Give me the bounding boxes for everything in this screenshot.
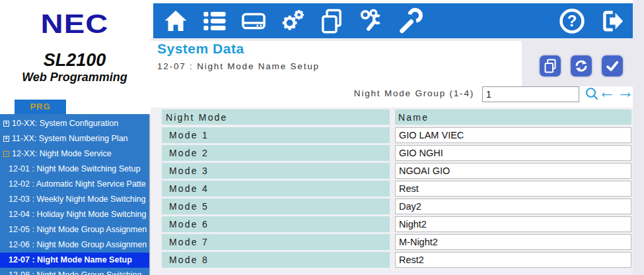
mode-name-input-6[interactable] [395, 216, 631, 232]
wrench-icon[interactable] [396, 7, 423, 35]
mode-name-input-1[interactable] [395, 127, 631, 143]
main-toolbar: ? [153, 3, 633, 38]
group-selector-label: Night Mode Group (1-4) [330, 88, 474, 98]
mode-name-input-3[interactable] [395, 163, 631, 179]
sidebar-item-label: 10-XX: System Configuration [12, 116, 118, 131]
next-group-arrow[interactable]: → [617, 82, 634, 102]
mode-label-cell: Mode 7 [162, 234, 390, 250]
sidebar-item-label: 12-05 : Night Mode Group Assignmen [9, 222, 147, 237]
sidebar-item-12-06[interactable]: 12-06 : Night Mode Group Assignmen [0, 237, 149, 253]
page-right-margin [633, 0, 644, 275]
copy-button[interactable] [538, 54, 562, 78]
sidebar-item-12-04[interactable]: 12-04 : Holiday Night Mode Switching [0, 207, 149, 222]
sidebar-item-12xx[interactable]: - 12-XX: Night Mode Service [0, 146, 149, 162]
mode-label-cell: Mode 2 [162, 145, 390, 161]
search-icon[interactable] [584, 86, 600, 102]
mode-name-input-4[interactable] [395, 181, 631, 197]
mode-label-cell: Mode 4 [162, 181, 390, 197]
page-subtitle: 12-07 : Night Mode Name Setup [157, 61, 320, 71]
action-button-zone [522, 40, 633, 86]
sidebar-item-label: 12-02 : Automatic Night Service Patte [9, 177, 146, 192]
sidebar-item-label: 11-XX: System Numbering Plan [12, 131, 128, 146]
sidebar-item-label: 12-06 : Night Mode Group Assignmen [9, 237, 147, 253]
sidebar-item-label: 12-03 : Weekly Night Mode Switching [9, 192, 146, 207]
sidebar-item-12-01[interactable]: 12-01 : Night Mode Switching Setup [0, 162, 149, 177]
help-icon[interactable]: ? [558, 7, 586, 35]
storage-icon[interactable] [240, 7, 268, 35]
sidebar-item-label: 12-08 : Night Mode Group Switching [9, 268, 142, 275]
prev-group-arrow[interactable]: ← [598, 82, 616, 102]
sidebar-item-12-08[interactable]: 12-08 : Night Mode Group Switching [0, 268, 149, 275]
mode-name-input-5[interactable] [395, 199, 631, 214]
refresh-button[interactable] [569, 54, 593, 78]
webpro-window: NEC SL2100 Web Programming PRG + 10-XX: … [0, 0, 644, 275]
sidebar-item-12-05[interactable]: 12-05 : Night Mode Group Assignmen [0, 222, 149, 237]
mode-label-cell: Mode 1 [162, 127, 390, 143]
sidebar-item-label: 12-07 : Night Mode Name Setup [9, 253, 132, 268]
expand-icon[interactable]: + [3, 136, 9, 142]
sidebar-menu: + 10-XX: System Configuration + 11-XX: S… [0, 114, 149, 275]
product-name: SL2100 [0, 50, 149, 71]
sidebar-item-11xx[interactable]: + 11-XX: System Numbering Plan [0, 131, 149, 146]
collapse-icon[interactable]: - [3, 151, 9, 157]
group-number-input[interactable] [482, 86, 579, 102]
sidebar-item-10xx[interactable]: + 10-XX: System Configuration [0, 116, 149, 131]
mode-label-cell: Mode 6 [162, 216, 390, 232]
mode-label-cell: Mode 5 [162, 199, 390, 214]
mode-label-cell: Mode 3 [162, 163, 390, 179]
sidebar-item-12-03[interactable]: 12-03 : Weekly Night Mode Switching [0, 192, 149, 207]
menu-list-icon[interactable] [201, 7, 229, 35]
product-subtitle: Web Programming [0, 71, 149, 84]
mode-name-input-8[interactable] [395, 252, 631, 268]
sidebar-item-12-07-selected[interactable]: 12-07 : Night Mode Name Setup [0, 253, 149, 268]
mode-label-cell: Mode 8 [162, 252, 390, 268]
sidebar-item-label: 12-XX: Night Mode Service [12, 146, 112, 162]
apply-check-button[interactable] [600, 54, 624, 78]
copy-pages-icon[interactable] [318, 7, 345, 35]
sidebar-item-label: 12-01 : Night Mode Switching Setup [9, 162, 140, 177]
sidebar-item-label: 12-04 : Holiday Night Mode Switching [9, 207, 146, 222]
home-icon[interactable] [162, 7, 190, 35]
settings-gears-icon[interactable] [279, 7, 306, 35]
column-header-night-mode: Night Mode [162, 109, 390, 125]
sidebar-item-12-02[interactable]: 12-02 : Automatic Night Service Patte [0, 177, 149, 192]
page-title: System Data [157, 41, 244, 57]
expand-icon[interactable]: + [3, 121, 9, 127]
nec-logo: NEC [0, 9, 162, 39]
mode-name-input-2[interactable] [395, 145, 631, 161]
tab-prg[interactable]: PRG [15, 100, 66, 114]
svg-text:?: ? [567, 13, 577, 30]
column-header-name: Name [395, 109, 631, 125]
maintenance-tools-icon[interactable] [357, 7, 384, 35]
night-mode-table: Night Mode Name Mode 1 Mode 2 Mode 3 Mod… [151, 107, 633, 275]
mode-name-input-7[interactable] [395, 234, 631, 250]
logout-icon[interactable] [597, 7, 625, 35]
